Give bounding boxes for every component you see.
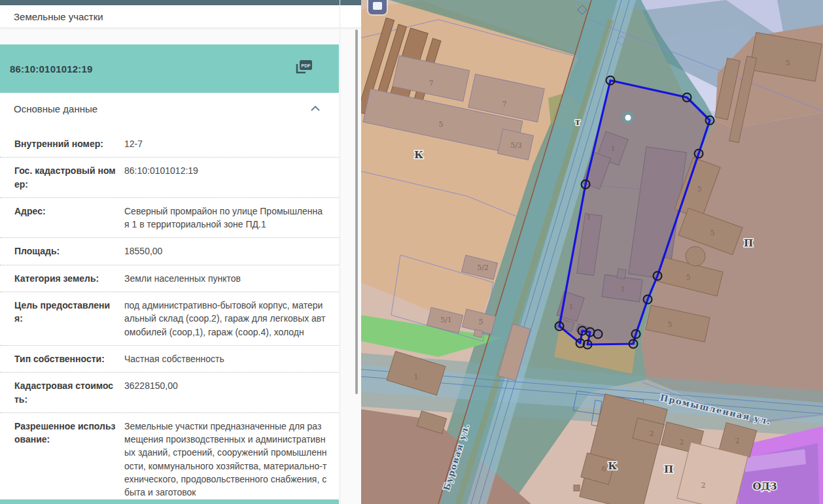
field-label: Цель предоставления: <box>14 299 124 339</box>
parcel-vertex-handle[interactable] <box>582 180 590 189</box>
building-number: 2 <box>735 437 740 445</box>
building-number: 7 <box>502 100 507 109</box>
field-row: Кадастровая стоимость:36228150,00 <box>0 373 339 413</box>
field-row: Гос. кадастровый номер:86:10:0101012:19 <box>0 158 339 198</box>
building <box>474 329 483 338</box>
parcel-vertex-handle[interactable] <box>683 93 692 102</box>
field-value: 86:10:0101012:19 <box>124 164 327 191</box>
field-label: Адрес: <box>14 205 124 231</box>
parcel-vertex-handle[interactable] <box>555 322 564 331</box>
field-value: Частная собственность <box>124 352 327 365</box>
field-row: Категория земель:Земли населенных пункто… <box>0 265 339 292</box>
building-number: 2 <box>680 438 684 446</box>
field-row: Внутренний номер:12-7 <box>0 131 339 158</box>
building-number: 1 <box>414 373 419 381</box>
building-number: 2 <box>650 429 654 438</box>
parcel-vertex-handle[interactable] <box>594 330 603 339</box>
field-row: Тип собственности:Частная собственность <box>0 346 339 373</box>
building-number: 5 <box>786 59 790 67</box>
building-number: 5 <box>686 273 691 282</box>
building-number: 1 <box>621 285 625 294</box>
field-row: Цель предоставления:под административно-… <box>0 292 339 346</box>
building-number: 5 <box>668 320 673 329</box>
field-row: Площадь:18550,00 <box>0 238 339 265</box>
building-number: 1 <box>611 144 616 153</box>
map-canvas[interactable]: 7755/35/25/15111115555522226тКПКПОДЗПром… <box>361 0 823 504</box>
map-tool-button[interactable] <box>368 0 387 14</box>
app-window: Земельные участки 86:10:0101012:19 PDF О… <box>0 0 823 504</box>
field-label: Кадастровая стоимость: <box>14 379 124 406</box>
parcel-vertex-handle[interactable] <box>606 76 615 85</box>
building-number: 7 <box>429 79 434 88</box>
parcel-vertex-handle[interactable] <box>586 328 595 337</box>
parcel-fields: Внутренний номер:12-7Гос. кадастровый но… <box>0 124 339 504</box>
parcel-point-marker-dot <box>625 115 631 121</box>
panel-header: Земельные участки <box>0 5 361 27</box>
building-number: 5 <box>710 229 715 237</box>
zone-label: К <box>414 149 423 161</box>
field-row: Разрешенное использование:Земельные учас… <box>0 413 339 504</box>
zone-label: П <box>664 463 673 475</box>
field-value: Земельные участки предназначенные для ра… <box>124 420 327 499</box>
parcel-vertex-handle[interactable] <box>706 116 714 125</box>
next-section-header-edge[interactable] <box>0 499 339 504</box>
building-number: 5/3 <box>510 141 522 150</box>
card-right-edge <box>340 0 340 504</box>
zone-label: ОДЗ <box>752 480 777 492</box>
pdf-export-button[interactable]: PDF <box>295 59 313 78</box>
building-number: 2 <box>701 481 706 490</box>
field-value: Земли населенных пунктов <box>124 272 327 285</box>
field-label: Тип собственности: <box>14 352 124 365</box>
building-number: 5/2 <box>477 263 489 272</box>
field-label: Площадь: <box>14 244 124 258</box>
panel-top-accent-bar <box>0 0 361 5</box>
parcel-vertex-handle[interactable] <box>695 150 703 158</box>
zone-label: К <box>608 460 617 472</box>
field-label: Гос. кадастровый номер: <box>14 164 124 191</box>
field-value: под административно-бытовой корпус, мате… <box>124 299 327 339</box>
field-label: Категория земель: <box>14 272 124 285</box>
building-number: 5 <box>439 120 444 129</box>
parcel-code: 86:10:0101012:19 <box>10 63 93 75</box>
building-number: 6 <box>602 465 606 473</box>
section-title: Основные данные <box>14 103 97 114</box>
parcel-vertex-handle[interactable] <box>576 339 585 348</box>
parcel-vertex-handle[interactable] <box>578 327 587 335</box>
map-panel[interactable]: 7755/35/25/15111115555522226тКПКПОДЗПром… <box>361 0 823 504</box>
parcel-card: 86:10:0101012:19 PDF Основные данные Вну… <box>0 44 339 504</box>
building-tank <box>686 246 705 266</box>
building-number: 1 <box>587 213 591 222</box>
field-value: 18550,00 <box>124 244 327 258</box>
parcel-card-header[interactable]: 86:10:0101012:19 PDF <box>0 44 339 93</box>
map-tool-icon <box>373 2 382 10</box>
building-number: 5 <box>697 185 702 193</box>
building <box>617 269 626 279</box>
field-label: Внутренний номер: <box>14 137 124 150</box>
building-number: 1 <box>569 303 574 311</box>
field-value: Северный промрайон по улице Промышленная… <box>124 205 327 231</box>
parcel-vertex-handle[interactable] <box>632 330 640 339</box>
field-label: Разрешенное использование: <box>14 420 124 499</box>
building-number: 5/1 <box>440 316 452 324</box>
field-value: 12-7 <box>124 137 327 150</box>
building-number: 5 <box>479 318 483 326</box>
info-panel: Земельные участки 86:10:0101012:19 PDF О… <box>0 0 361 504</box>
section-header-main-data[interactable]: Основные данные <box>0 93 339 124</box>
building <box>574 485 580 491</box>
parcel-vertex-handle[interactable] <box>629 340 638 348</box>
field-row: Адрес:Северный промрайон по улице Промыш… <box>0 198 339 239</box>
zone-label: П <box>744 237 753 249</box>
field-value: 36228150,00 <box>124 379 327 406</box>
pdf-icon: PDF <box>295 59 313 75</box>
panel-title: Земельные участки <box>14 11 103 22</box>
panel-scrollbar-thumb[interactable] <box>355 29 358 394</box>
chevron-up-icon[interactable] <box>310 105 321 112</box>
parcel-vertex-handle[interactable] <box>644 295 652 304</box>
parcel-vertex-handle[interactable] <box>654 272 662 280</box>
svg-text:PDF: PDF <box>302 63 311 68</box>
zone-label: т <box>575 117 580 127</box>
